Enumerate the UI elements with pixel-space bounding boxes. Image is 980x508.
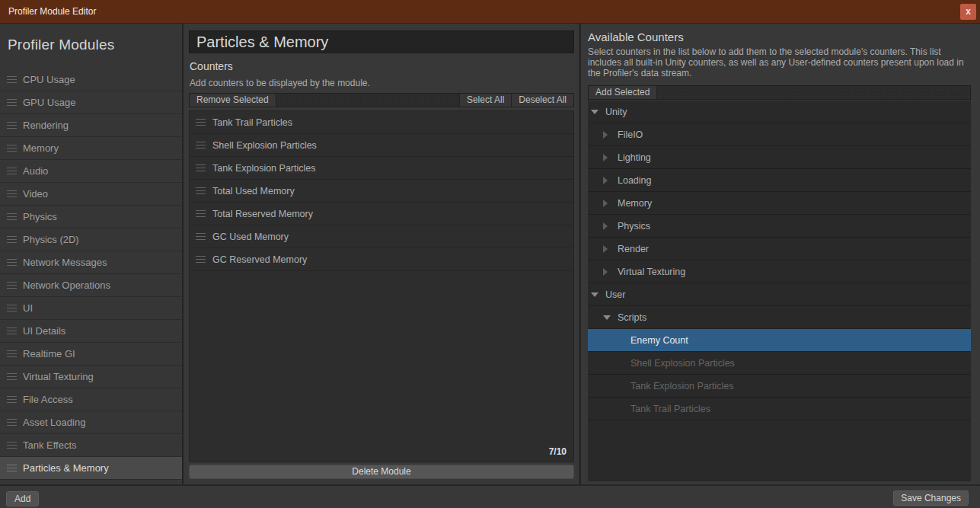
drag-handle-icon[interactable] (7, 465, 17, 471)
tree-item-user[interactable]: User (588, 283, 971, 306)
drag-handle-icon[interactable] (196, 142, 206, 149)
sidebar-item-network-messages[interactable]: Network Messages (0, 251, 182, 274)
drag-handle-icon[interactable] (196, 119, 206, 126)
sidebar-item-file-access[interactable]: File Access (0, 388, 182, 411)
foldout-icon[interactable] (603, 315, 611, 320)
drag-handle-icon[interactable] (7, 327, 17, 334)
counter-item-total-reserved-memory[interactable]: Total Reserved Memory (190, 203, 573, 225)
counters-description: Add counters to be displayed by the modu… (190, 78, 370, 88)
counter-item-total-used-memory[interactable]: Total Used Memory (190, 180, 573, 203)
remove-selected-button[interactable]: Remove Selected (190, 94, 276, 107)
drag-handle-icon[interactable] (7, 99, 17, 106)
tree-item-physics[interactable]: Physics (588, 215, 971, 238)
drag-handle-icon[interactable] (7, 419, 17, 426)
add-selected-button[interactable]: Add Selected (589, 86, 657, 99)
sidebar-module-label: File Access (23, 394, 73, 405)
drag-handle-icon[interactable] (7, 236, 17, 243)
foldout-icon[interactable] (591, 292, 599, 297)
add-module-button[interactable]: Add (6, 491, 39, 506)
sidebar-module-label: Network Operations (23, 280, 110, 291)
sidebar-item-tank-effects[interactable]: Tank Effects (0, 434, 182, 457)
sidebar-item-network-operations[interactable]: Network Operations (0, 274, 182, 297)
tree-item-fileio[interactable]: FileIO (588, 123, 971, 146)
delete-module-button[interactable]: Delete Module (189, 465, 574, 479)
drag-handle-icon[interactable] (196, 187, 206, 194)
tree-item-lighting[interactable]: Lighting (588, 146, 971, 169)
tree-item-shell-explosion-particles[interactable]: Shell Explosion Particles (588, 352, 971, 375)
drag-handle-icon[interactable] (7, 282, 17, 289)
drag-handle-icon[interactable] (7, 122, 17, 129)
drag-handle-icon[interactable] (196, 256, 206, 263)
titlebar[interactable]: Profiler Module Editor x (0, 0, 980, 24)
sidebar-item-ui[interactable]: UI (0, 297, 182, 320)
sidebar-item-cpu-usage[interactable]: CPU Usage (0, 69, 182, 91)
drag-handle-icon[interactable] (7, 373, 17, 380)
drag-handle-icon[interactable] (7, 350, 17, 357)
counter-item-gc-reserved-memory[interactable]: GC Reserved Memory (190, 248, 573, 271)
drag-handle-icon[interactable] (7, 305, 17, 312)
close-button[interactable]: x (960, 4, 976, 20)
foldout-icon[interactable] (603, 222, 608, 230)
foldout-icon[interactable] (603, 177, 608, 184)
sidebar-item-rendering[interactable]: Rendering (0, 114, 182, 137)
sidebar-item-video[interactable]: Video (0, 183, 182, 206)
foldout-icon[interactable] (603, 268, 608, 276)
foldout-icon[interactable] (603, 245, 608, 253)
profiler-module-editor-window: Profiler Module Editor x Profiler Module… (0, 0, 980, 508)
tree-item-label: Memory (618, 198, 652, 209)
tree-item-loading[interactable]: Loading (588, 169, 971, 192)
counter-item-shell-explosion-particles[interactable]: Shell Explosion Particles (190, 134, 573, 157)
sidebar-module-label: Virtual Texturing (23, 371, 94, 382)
sidebar-item-gpu-usage[interactable]: GPU Usage (0, 91, 182, 114)
sidebar-item-virtual-texturing[interactable]: Virtual Texturing (0, 366, 182, 388)
save-changes-button[interactable]: Save Changes (893, 490, 969, 506)
drag-handle-icon[interactable] (7, 442, 17, 449)
counter-item-tank-explosion-particles[interactable]: Tank Explosion Particles (190, 157, 573, 180)
tree-item-label: Render (618, 244, 649, 254)
drag-handle-icon[interactable] (7, 190, 17, 197)
footer-bar: Add Save Changes (0, 484, 980, 508)
tree-item-render[interactable]: Render (588, 238, 971, 260)
tree-item-enemy-count[interactable]: Enemy Count (588, 329, 971, 352)
sidebar-item-audio[interactable]: Audio (0, 160, 182, 183)
sidebar-item-physics-2d[interactable]: Physics (2D) (0, 228, 182, 251)
drag-handle-icon[interactable] (196, 165, 206, 171)
foldout-icon[interactable] (603, 154, 608, 161)
toolbar-spacer (276, 94, 459, 107)
tree-item-memory[interactable]: Memory (588, 192, 971, 215)
tree-item-tank-trail-particles[interactable]: Tank Trail Particles (588, 398, 971, 420)
foldout-icon[interactable] (591, 110, 599, 114)
module-counter-label: GC Used Memory (212, 232, 289, 242)
drag-handle-icon[interactable] (7, 76, 17, 83)
drag-handle-icon[interactable] (196, 233, 206, 240)
tree-item-label: Shell Explosion Particles (630, 358, 735, 369)
sidebar-item-realtime-gi[interactable]: Realtime GI (0, 343, 182, 366)
tree-item-label: Tank Trail Particles (630, 404, 710, 414)
deselect-all-button[interactable]: Deselect All (511, 94, 573, 107)
tree-item-tank-explosion-particles[interactable]: Tank Explosion Particles (588, 375, 971, 398)
counter-item-gc-used-memory[interactable]: GC Used Memory (190, 225, 573, 248)
sidebar-item-asset-loading[interactable]: Asset Loading (0, 411, 182, 434)
sidebar-item-ui-details[interactable]: UI Details (0, 320, 182, 343)
drag-handle-icon[interactable] (7, 259, 17, 266)
tree-item-virtual-texturing[interactable]: Virtual Texturing (588, 260, 971, 283)
drag-handle-icon[interactable] (7, 168, 17, 174)
foldout-icon[interactable] (603, 131, 608, 139)
sidebar-item-particles-memory[interactable]: Particles & Memory (0, 457, 182, 480)
drag-handle-icon[interactable] (7, 396, 17, 403)
tree-item-unity[interactable]: Unity (588, 101, 971, 123)
available-counters-title: Available Counters (588, 30, 684, 43)
foldout-icon[interactable] (603, 200, 608, 207)
sidebar-item-physics[interactable]: Physics (0, 206, 182, 228)
drag-handle-icon[interactable] (7, 145, 17, 152)
select-all-button[interactable]: Select All (459, 94, 511, 107)
tree-item-scripts[interactable]: Scripts (588, 306, 971, 329)
drag-handle-icon[interactable] (196, 210, 206, 217)
module-counter-label: GC Reserved Memory (212, 254, 307, 265)
counter-item-tank-trail-particles[interactable]: Tank Trail Particles (190, 111, 573, 134)
tree-item-label: Tank Explosion Particles (630, 381, 733, 391)
sidebar-item-memory[interactable]: Memory (0, 137, 182, 160)
drag-handle-icon[interactable] (7, 213, 17, 220)
module-name-field[interactable]: Particles & Memory (189, 30, 574, 53)
tree-item-label: Unity (605, 107, 627, 117)
